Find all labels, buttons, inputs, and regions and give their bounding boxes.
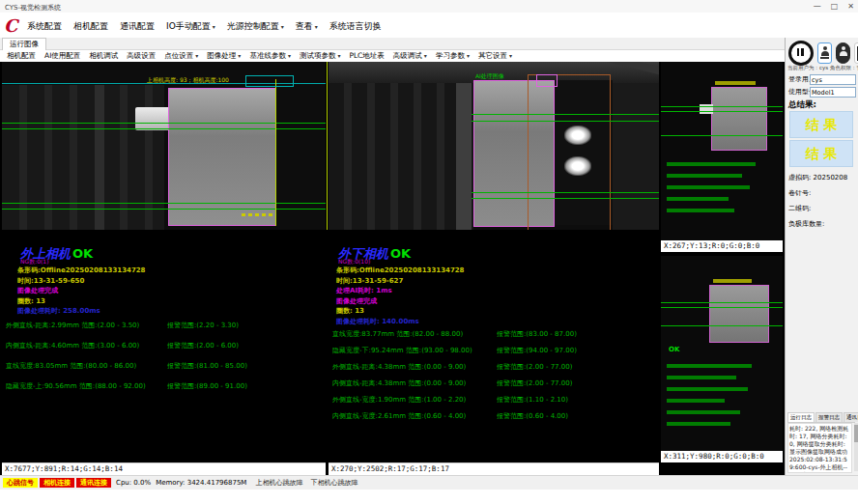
alarm-range: 报警范围:(2.00 - 77.00) bbox=[497, 378, 655, 395]
height-overlay-label: 上相机高度: 93 ; 相机高度:100 bbox=[147, 76, 229, 85]
thumbnail-panel-bottom: OK X:311;Y:980;R:0;G:0;B:0 bbox=[661, 256, 783, 462]
toolbar-item[interactable]: 测试项参数▾ bbox=[300, 50, 341, 62]
chevron-down-icon: ▾ bbox=[337, 52, 340, 59]
toolbar-item[interactable]: 相机配置 bbox=[7, 50, 36, 62]
measure-value: 内侧直线-距离:4.38mm 范围:(0.00 - 9.00) bbox=[332, 378, 497, 395]
result-badge-lower: 结果 bbox=[789, 140, 853, 167]
close-button[interactable]: ✕ bbox=[847, 1, 854, 12]
pixel-status-left: X:7677;Y:891;R:14;G:14;B:14 bbox=[2, 462, 326, 475]
part-connector bbox=[135, 107, 172, 130]
operator-camera-button[interactable] bbox=[817, 42, 832, 64]
camera-panel-left: 上相机高度: 93 ; 相机高度:100 外上相机OK NG数:0(1) 条形码… bbox=[2, 62, 326, 475]
toolbar-item[interactable]: 基准线参数▾ bbox=[249, 50, 291, 62]
person-icon bbox=[840, 51, 847, 56]
model-input[interactable] bbox=[810, 87, 856, 98]
toolbar-item[interactable]: AI使用配置 bbox=[44, 50, 80, 62]
minimize-button[interactable]: — bbox=[814, 1, 821, 12]
measure-line bbox=[472, 114, 659, 115]
camera-mode-button[interactable] bbox=[836, 42, 850, 64]
log-scrollbar[interactable] bbox=[854, 423, 858, 471]
toolbar-item[interactable]: 学习参数▾ bbox=[436, 50, 470, 62]
login-user-input[interactable] bbox=[810, 74, 856, 85]
menu-item[interactable]: 系统语言切换 bbox=[329, 20, 382, 33]
menu-item[interactable]: 光源控制配置▾ bbox=[227, 20, 284, 33]
info-line: 时间:13-31-59-627 bbox=[336, 276, 465, 287]
measure-line bbox=[2, 128, 326, 129]
sidebar-status-line: 当前用户为：cys 角色权限：管理员 bbox=[787, 65, 858, 71]
menu-item[interactable]: IO手动配置▾ bbox=[166, 20, 215, 33]
log-tab[interactable]: 报警日志 bbox=[815, 412, 843, 422]
info-lines-middle: 条形码:Offline20250208133134728时间:13-31-59-… bbox=[336, 266, 465, 326]
measure-line bbox=[2, 123, 326, 124]
mini-text-line bbox=[667, 364, 752, 368]
camera-image-left[interactable]: 上相机高度: 93 ; 相机高度:100 bbox=[2, 62, 326, 230]
measure-row: 外侧直线-宽度:1.90mm 范围:(1.00 - 2.20)报警范围:(1.1… bbox=[332, 395, 655, 411]
thumbnail-image-top[interactable] bbox=[661, 62, 783, 240]
thumb-bars-top bbox=[661, 154, 783, 212]
virtual-code-label: 虚拟码: 20250208 bbox=[788, 173, 847, 182]
scrollbar-thumb[interactable] bbox=[854, 425, 858, 442]
status-badge: 心跳信号 bbox=[3, 478, 38, 488]
menu-item[interactable]: 通讯配置 bbox=[120, 20, 155, 33]
pixel-status-thumb-bottom: X:311;Y:980;R:0;G:0;B:0 bbox=[661, 451, 783, 462]
log-tab[interactable]: 运行日志 bbox=[787, 412, 815, 422]
pause-icon bbox=[801, 48, 804, 56]
part-body bbox=[168, 88, 276, 226]
memory-usage: Memory: 3424.41796875M bbox=[156, 479, 246, 487]
model-field: 使用型号: bbox=[788, 87, 856, 98]
measure-value: 外侧直线-距离:4.38mm 范围:(0.00 - 9.00) bbox=[332, 362, 497, 378]
toolbar-item[interactable]: 相机调试 bbox=[89, 50, 118, 62]
measure-line bbox=[661, 325, 783, 326]
thumbnail-image-bottom[interactable]: OK bbox=[661, 256, 783, 451]
measure-value: 直线宽度:83.05mm 范围:(80.00 - 86.00) bbox=[6, 361, 167, 381]
menu-item[interactable]: 查看▾ bbox=[296, 20, 318, 33]
info-line: 时间:13-31-59-650 bbox=[17, 276, 146, 287]
status-badges: 心跳信号相机连接通讯连接 bbox=[3, 478, 111, 488]
info-line: 图像处理耗时: 140.00ms bbox=[336, 317, 465, 327]
machine-right bbox=[613, 83, 659, 230]
log-tabs: 运行日志报警日志通讯日志 bbox=[787, 412, 855, 423]
info-line: 圈数: 13 bbox=[336, 306, 465, 317]
window-title: CYS-视觉检测系统 bbox=[5, 3, 61, 13]
menu-item[interactable]: 相机配置 bbox=[73, 20, 108, 33]
info-line: 圈数: 13 bbox=[17, 296, 146, 307]
thumb-bars-bottom bbox=[661, 356, 783, 426]
toolbar-item[interactable]: 高级设置 bbox=[127, 50, 156, 62]
measure-rows-left: 外侧直线-距离:2.99mm 范围:(2.00 - 3.50)报警范围:(2.2… bbox=[6, 321, 322, 402]
mini-text-line bbox=[667, 422, 730, 426]
measure-line bbox=[472, 198, 659, 199]
measure-line bbox=[472, 192, 659, 193]
toolbar-item[interactable]: 其它设置▾ bbox=[478, 50, 512, 62]
edge-line bbox=[275, 79, 276, 226]
toolbar-item[interactable]: PLC地址表 bbox=[349, 50, 384, 62]
title-bar: CYS-视觉检测系统 —□✕ bbox=[0, 0, 858, 14]
maximize-button[interactable]: □ bbox=[831, 1, 839, 12]
measure-rows-middle: 直线宽度:83.77mm 范围:(82.00 - 88.00)报警范围:(83.… bbox=[332, 329, 655, 428]
measure-value: 外侧直线-宽度:1.90mm 范围:(1.00 - 2.20) bbox=[332, 395, 497, 411]
status-badge: 通讯连接 bbox=[76, 478, 111, 488]
exit-button[interactable] bbox=[854, 42, 858, 64]
pause-button[interactable] bbox=[788, 41, 814, 66]
ai-overlay-label: AI处理图像 bbox=[475, 72, 504, 81]
measure-row: 直线宽度:83.77mm 范围:(82.00 - 88.00)报警范围:(83.… bbox=[332, 329, 655, 346]
measure-line bbox=[2, 209, 326, 210]
measure-row: 直线宽度:83.05mm 范围:(80.00 - 86.00)报警范围:(81.… bbox=[6, 361, 322, 381]
log-tab[interactable]: 通讯日志 bbox=[844, 412, 858, 422]
menu-item[interactable]: 系统配置 bbox=[27, 20, 62, 33]
measure-line bbox=[661, 111, 783, 112]
alarm-range: 报警范围:(2.00 - 6.00) bbox=[167, 341, 322, 361]
result-ok-label: OK bbox=[390, 246, 411, 261]
status-message: 下相机心跳故障 bbox=[310, 478, 358, 488]
measure-line bbox=[661, 135, 783, 136]
toolbar-item[interactable]: 图像处理▾ bbox=[207, 50, 241, 62]
chevron-down-icon: ▾ bbox=[288, 52, 291, 59]
camera-image-middle[interactable]: AI处理图像 bbox=[329, 62, 659, 230]
tab-run-image[interactable]: 运行图像 bbox=[2, 38, 46, 50]
pixel-status-middle: X:270;Y:2502;R:17;G:17;B:17 bbox=[329, 462, 659, 475]
result-ok-label: OK bbox=[669, 346, 679, 353]
toolbar-item[interactable]: 点位设置▾ bbox=[164, 50, 198, 62]
roi-box bbox=[245, 75, 294, 87]
main-area: 上相机高度: 93 ; 相机高度:100 外上相机OK NG数:0(1) 条形码… bbox=[0, 62, 785, 475]
status-messages: 上相机心跳故障下相机心跳故障 bbox=[255, 478, 358, 488]
toolbar-item[interactable]: 高级调试▾ bbox=[393, 50, 427, 62]
